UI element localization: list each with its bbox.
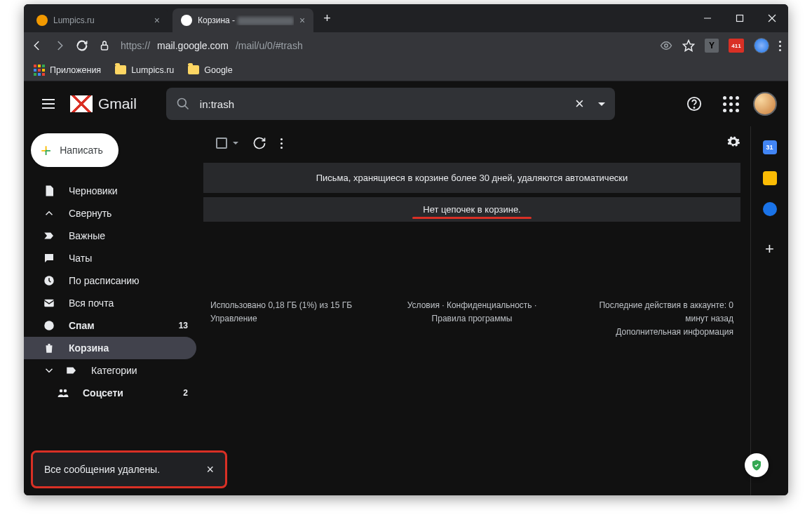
nav-count: 13 [179,321,188,330]
close-icon[interactable]: × [299,15,305,26]
search-icon[interactable] [176,97,190,111]
select-all-checkbox[interactable] [216,138,227,149]
bookmark-lumpics[interactable]: Lumpics.ru [115,65,174,75]
svg-rect-4 [102,45,108,50]
browser-menu-button[interactable] [779,41,781,51]
menu-button[interactable] [35,92,62,116]
close-icon[interactable]: × [206,462,214,477]
plus-icon: + [41,141,51,159]
nav-label: Важные [69,230,105,241]
shield-badge[interactable] [745,453,769,477]
minimize-button[interactable] [691,4,724,32]
chat-icon [42,252,56,265]
more-button[interactable] [280,138,283,149]
account-avatar[interactable] [753,92,777,116]
close-button[interactable] [756,4,788,32]
bookmark-google[interactable]: Google [188,65,232,75]
refresh-button[interactable] [252,136,266,150]
apps-button[interactable] [717,90,745,118]
browser-window: Lumpics.ru × Корзина - × + https://mail.… [24,4,788,495]
sidebar-item-drafts[interactable]: Черновики [24,180,196,202]
bookmark-label: Lumpics.ru [131,65,174,75]
activity-line1: Последние действия в аккаунте: 0 минут н… [578,299,733,326]
addons-button[interactable]: + [765,240,774,258]
gmail-app: Gmail × + Написать [24,81,788,495]
nav-label: По расписанию [69,275,140,286]
maximize-button[interactable] [724,4,756,32]
profile-avatar[interactable] [754,38,769,53]
svg-point-7 [177,99,186,107]
search-options-button[interactable] [598,102,605,106]
bookmarks-bar: Приложения Lumpics.ru Google [24,59,788,81]
bookmark-label: Приложения [50,65,101,75]
sidebar-item-collapse[interactable]: Свернуть [24,202,196,225]
clear-search-button[interactable]: × [571,95,588,113]
nav-label: Свернуть [69,208,111,219]
addr-actions: Y 411 [660,38,781,53]
bookmark-label: Google [204,65,232,75]
sidebar-item-scheduled[interactable]: По расписанию [24,269,196,292]
extension-yandex[interactable]: Y [705,39,719,53]
folder-icon [188,65,199,74]
nav-label: Спам [69,320,95,331]
footer-legal[interactable]: Условия · Конфиденциальность · Правила п… [394,299,550,340]
gmail-logo[interactable]: Gmail [70,95,137,112]
reload-button[interactable] [76,39,88,52]
tab-title: Корзина - [198,15,294,25]
activity-line2[interactable]: Дополнительная информация [578,326,733,339]
nav-label: Вся почта [69,297,114,309]
compose-button[interactable]: + Написать [31,133,119,167]
spam-icon [42,319,56,332]
sidebar-item-trash[interactable]: Корзина [24,337,196,359]
window-controls [691,4,788,32]
svg-line-8 [184,106,188,109]
sidebar-item-social[interactable]: Соцсети 2 [24,382,196,404]
svg-rect-15 [48,327,50,328]
sidebar-item-important[interactable]: Важные [24,225,196,247]
svg-point-5 [665,44,668,48]
forward-button[interactable] [53,39,66,52]
extension-adblock[interactable]: 411 [729,39,744,53]
help-button[interactable] [680,90,708,118]
svg-rect-14 [48,323,50,326]
keep-button[interactable] [763,171,777,185]
url-input[interactable]: https://mail.google.com/mail/u/0/#trash [121,40,650,51]
compose-label: Написать [60,145,102,156]
nav-label: Корзина [69,342,109,354]
gmail-header: Gmail × [24,81,788,126]
gmail-brand: Gmail [98,95,137,112]
new-tab-button[interactable]: + [313,11,341,26]
nav-label: Соцсети [83,387,123,399]
list-toolbar [203,126,740,160]
tab-lumpics[interactable]: Lumpics.ru × [28,8,168,32]
svg-point-16 [60,389,63,393]
trash-icon [42,342,56,354]
close-icon[interactable]: × [154,15,160,26]
eye-icon[interactable] [660,39,672,52]
svg-rect-1 [737,15,743,22]
sidebar-item-categories[interactable]: Категории [24,359,196,382]
bookmark-star-icon[interactable] [682,39,695,52]
sidebar-item-chats[interactable]: Чаты [24,247,196,269]
empty-text: Нет цепочек в корзине. [423,204,520,215]
caret-down-icon [42,364,56,377]
sidebar-item-allmail[interactable]: Вся почта [24,292,196,314]
toast-deleted: Все сообщения удалены. × [31,450,227,488]
file-icon [42,185,56,197]
tab-title: Lumpics.ru [53,15,149,25]
sidebar-item-spam[interactable]: Спам 13 [24,314,196,337]
tab-gmail[interactable]: Корзина - × [172,8,313,32]
back-button[interactable] [31,39,43,52]
settings-button[interactable] [726,135,740,152]
storage-line2[interactable]: Управление [210,312,366,326]
svg-point-17 [64,389,67,393]
bookmark-apps[interactable]: Приложения [34,65,101,76]
calendar-button[interactable] [763,140,777,154]
annotation-underline [412,217,532,219]
select-menu-caret[interactable] [233,142,238,145]
search-bar: × [166,88,615,120]
url-host: mail.google.com [157,40,229,51]
search-input[interactable] [200,98,561,110]
sidebar: + Написать Черновики Свернуть Важные [24,126,203,495]
tasks-button[interactable] [763,202,777,216]
